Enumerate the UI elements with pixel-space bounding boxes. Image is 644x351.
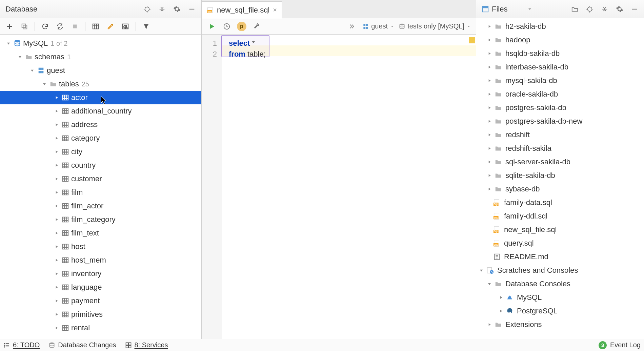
tree-table-film[interactable]: film: [0, 186, 201, 199]
svg-rect-157: [128, 343, 131, 345]
folder-hadoop[interactable]: hadoop: [476, 33, 644, 47]
svg-rect-12: [93, 24, 99, 29]
tree-table-film_actor[interactable]: film_actor: [0, 199, 201, 213]
tree-table-customer[interactable]: customer: [0, 172, 201, 186]
folder-redshift-sakila[interactable]: redshift-sakila: [476, 142, 644, 155]
status-eventlog[interactable]: Event Log: [610, 341, 641, 349]
tree-tables-folder[interactable]: tables25: [0, 77, 201, 91]
tab-filename: new_sql_file.sql: [217, 6, 269, 15]
tree-table-city[interactable]: city: [0, 145, 201, 159]
folder-mysql-sakila-db[interactable]: mysql-sakila-db: [476, 74, 644, 87]
sync-icon[interactable]: [53, 20, 67, 33]
database-tree[interactable]: MySQL1 of 2schemas1guesttables25actoradd…: [0, 35, 201, 339]
folder-sybase-db[interactable]: sybase-db: [476, 182, 644, 196]
folder-oracle-sakila-db[interactable]: oracle-sakila-db: [476, 87, 644, 101]
tree-table-rental[interactable]: rental: [0, 321, 201, 335]
chevron-down-icon[interactable]: [527, 6, 532, 12]
svg-point-0: [145, 7, 149, 11]
editor-area: SQL new_sql_file.sql × p guest tests onl…: [202, 0, 476, 339]
copy-icon[interactable]: [18, 20, 31, 33]
svg-rect-20: [41, 68, 43, 70]
svg-text:SQL: SQL: [494, 203, 498, 206]
folder-postgres-sakila-db-new[interactable]: postgres-sakila-db-new: [476, 115, 644, 128]
folder-interbase-sakila-db[interactable]: interbase-sakila-db: [476, 60, 644, 74]
tree-table-language[interactable]: language: [0, 281, 201, 294]
console-postgresql[interactable]: PostgreSQL: [476, 304, 644, 318]
file-family-data.sql[interactable]: SQLfamily-data.sql: [476, 196, 644, 209]
tree-schema-guest[interactable]: guest: [0, 64, 201, 77]
status-services[interactable]: 8: Services: [125, 341, 168, 349]
gear-icon[interactable]: [170, 2, 184, 16]
tree-table-film_text[interactable]: film_text: [0, 226, 201, 240]
folder-postgres-sakila-db[interactable]: postgres-sakila-db: [476, 101, 644, 115]
tree-datasource[interactable]: MySQL1 of 2: [0, 37, 201, 50]
tree-table-additional_country[interactable]: additional_country: [0, 104, 201, 118]
stop-icon[interactable]: [68, 20, 82, 33]
minimize-icon[interactable]: [628, 2, 641, 16]
file-new_sql_file.sql[interactable]: SQLnew_sql_file.sql: [476, 223, 644, 236]
svg-rect-108: [63, 326, 68, 331]
file-README.md[interactable]: README.md: [476, 250, 644, 264]
history-icon[interactable]: [220, 20, 234, 33]
folder-sqlite-sakila-db[interactable]: sqlite-sakila-db: [476, 169, 644, 182]
tree-table-host_mem[interactable]: host_mem: [0, 253, 201, 267]
folder-h2-sakila-db[interactable]: h2-sakila-db: [476, 20, 644, 33]
code-editor[interactable]: 12 select *from table;: [202, 35, 476, 339]
refresh-icon[interactable]: [38, 20, 52, 33]
target-icon[interactable]: [583, 2, 597, 16]
folder-sql-server-sakila-db[interactable]: sql-server-sakila-db: [476, 155, 644, 169]
folder-redshift[interactable]: redshift: [476, 128, 644, 142]
extensions-node[interactable]: Extensions: [476, 318, 644, 331]
wrench-icon[interactable]: [250, 20, 263, 33]
panel-title: Database: [5, 5, 140, 14]
tree-table-actor[interactable]: actor: [0, 91, 201, 104]
svg-rect-9: [23, 25, 27, 29]
file-family-ddl.sql[interactable]: SQLfamily-ddl.sql: [476, 209, 644, 223]
folder-hsqldb-sakila-db[interactable]: hsqldb-sakila-db: [476, 47, 644, 60]
panel-title: Files: [492, 5, 524, 14]
svg-point-121: [400, 23, 404, 25]
tree-table-address[interactable]: address: [0, 118, 201, 131]
datasource-selector[interactable]: tests only [MySQL]: [397, 21, 473, 32]
datasource-name: tests only [MySQL]: [407, 22, 464, 30]
editor-tab[interactable]: SQL new_sql_file.sql ×: [202, 1, 282, 18]
files-tree[interactable]: h2-sakila-dbhadoophsqldb-sakila-dbinterb…: [476, 18, 644, 339]
edit-icon[interactable]: [104, 20, 117, 33]
minimize-icon[interactable]: [185, 2, 199, 16]
code-area[interactable]: select *from table;: [222, 35, 476, 339]
status-dbchanges[interactable]: Database Changes: [48, 341, 116, 349]
tree-table-primitives[interactable]: primitives: [0, 308, 201, 321]
filter-icon[interactable]: [139, 20, 153, 33]
console-mysql[interactable]: MySQL: [476, 291, 644, 304]
db-consoles-node[interactable]: Database Consoles: [476, 277, 644, 291]
schema-selector[interactable]: guest: [360, 21, 397, 32]
svg-rect-10: [22, 24, 26, 27]
collapse-icon[interactable]: [155, 2, 169, 16]
gear-icon[interactable]: [613, 2, 626, 16]
status-todo[interactable]: 6: TODO: [3, 341, 40, 349]
run-icon[interactable]: [205, 20, 219, 33]
project-icon: [482, 5, 489, 13]
tree-table-film_category[interactable]: film_category: [0, 213, 201, 226]
tree-table-payment[interactable]: payment: [0, 294, 201, 308]
console-icon[interactable]: QL: [119, 20, 132, 33]
file-query.sql[interactable]: SQLquery.sql: [476, 236, 644, 250]
open-icon[interactable]: [568, 2, 582, 16]
more-icon[interactable]: [346, 20, 360, 33]
collapse-icon[interactable]: [598, 2, 611, 16]
p-badge[interactable]: p: [235, 20, 248, 33]
target-icon[interactable]: [140, 2, 154, 16]
table-icon[interactable]: [89, 20, 102, 33]
svg-rect-58: [63, 190, 68, 195]
tree-table-country[interactable]: country: [0, 159, 201, 172]
scratches-node[interactable]: Scratches and Consoles: [476, 264, 644, 277]
status-bar: 6: TODO Database Changes 8: Services 3 E…: [0, 339, 644, 351]
add-icon[interactable]: [3, 20, 16, 33]
tree-table-category[interactable]: category: [0, 131, 201, 145]
tree-table-host[interactable]: host: [0, 240, 201, 253]
svg-rect-93: [63, 285, 68, 290]
svg-rect-68: [63, 217, 68, 222]
close-tab-icon[interactable]: ×: [273, 6, 277, 14]
tree-table-inventory[interactable]: inventory: [0, 267, 201, 281]
tree-schemas[interactable]: schemas1: [0, 50, 201, 64]
